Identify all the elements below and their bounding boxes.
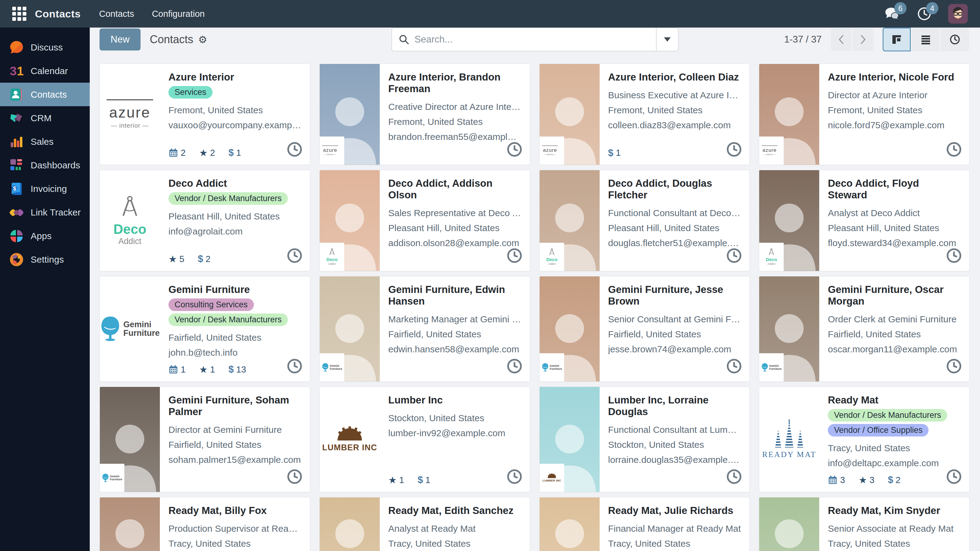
contact-card[interactable]: DecoAddictDeco Addict, Floyd StewardAnal… (759, 170, 970, 271)
contact-card[interactable]: READY MATReady Mat, Edith SanchezAnalyst… (320, 497, 530, 551)
schedule-activity-button[interactable] (286, 358, 302, 375)
category-tag: Consulting Services (169, 299, 254, 311)
contact-card[interactable]: LUMBER INCLumber Inc, Lorraine DouglasFu… (539, 387, 750, 492)
apps-grid-icon[interactable] (12, 7, 26, 21)
schedule-activity-button[interactable] (506, 468, 522, 486)
meetings-count[interactable]: 3 (828, 475, 845, 485)
user-avatar[interactable] (948, 4, 968, 24)
contact-card[interactable]: azure— interior —Azure InteriorServicesF… (100, 64, 310, 165)
contact-card[interactable]: azure— interior —Azure Interior, Nicole … (759, 64, 970, 165)
sidebar-item-apps[interactable]: Apps (0, 224, 90, 248)
contact-card[interactable]: azure— interior —Azure Interior, Brandon… (320, 64, 530, 165)
sidebar-item-calendar[interactable]: 31Calendar (0, 59, 90, 83)
opportunities-count[interactable]: ★1 (388, 475, 404, 486)
sidebar-item-settings[interactable]: Settings (0, 248, 90, 271)
schedule-activity-button[interactable] (946, 248, 962, 265)
contact-card[interactable]: READY MATReady Mat, Billy FoxProduction … (100, 497, 310, 551)
sales-count[interactable]: $1 (418, 475, 430, 486)
contact-location: Stockton, United States (388, 412, 521, 424)
contact-email[interactable]: nicole.ford75@example.com (828, 119, 961, 131)
messages-icon[interactable]: 6 (885, 6, 900, 22)
star-icon: ★ (388, 475, 397, 486)
contact-email[interactable]: brandon.freeman55@example.com (388, 131, 521, 143)
contact-card[interactable]: GeminiFurnitureGemini FurnitureConsultin… (100, 276, 310, 382)
menu-contacts[interactable]: Contacts (99, 9, 134, 19)
view-list-button[interactable] (912, 27, 940, 51)
dollar-icon: $ (608, 148, 613, 159)
schedule-activity-button[interactable] (286, 141, 302, 159)
sales-count[interactable]: $1 (608, 148, 621, 159)
contact-card[interactable]: GeminiFurnitureGemini Furniture, Edwin H… (320, 276, 530, 382)
schedule-activity-button[interactable] (506, 248, 522, 265)
meetings-count[interactable]: 2 (169, 148, 186, 158)
sidebar-item-crm[interactable]: CRM (0, 106, 90, 130)
contact-email[interactable]: edwin.hansen58@example.com (388, 343, 521, 355)
current-app-title[interactable]: Contacts (35, 8, 81, 20)
contact-role: Order Clerk at Gemini Furniture (828, 313, 961, 325)
contact-card[interactable]: READY MATReady Mat, Julie RichardsFinanc… (539, 497, 750, 551)
contact-email[interactable]: oscar.morgan11@example.com (828, 343, 961, 355)
schedule-activity-button[interactable] (506, 358, 522, 375)
opportunities-count[interactable]: ★1 (199, 364, 215, 375)
pager-next-button[interactable] (853, 28, 873, 51)
menu-configuration[interactable]: Configuration (152, 9, 205, 19)
schedule-activity-button[interactable] (286, 248, 302, 265)
activities-icon[interactable]: 4 (916, 6, 932, 22)
contact-card[interactable]: azure— interior —Azure Interior, Colleen… (539, 64, 750, 165)
gear-icon[interactable]: ⚙ (198, 34, 207, 46)
contact-email[interactable]: vauxoo@yourcompany.example.com (169, 119, 301, 131)
contact-card[interactable]: DecoAddictDeco Addict, Addison OlsonSale… (320, 170, 530, 271)
opportunities-count[interactable]: ★2 (199, 147, 215, 159)
contact-card[interactable]: GeminiFurnitureGemini Furniture, Oscar M… (759, 276, 970, 382)
contact-card[interactable]: LUMBER INCLumber IncStockton, United Sta… (320, 387, 530, 492)
contact-email[interactable]: floyd.steward34@example.com (828, 237, 961, 249)
contact-card[interactable]: READY MATReady Mat, Kim SnyderSenior Ass… (759, 497, 970, 551)
sidebar-item-discuss[interactable]: Discuss (0, 35, 90, 59)
portrait-placeholder (539, 508, 600, 551)
sidebar-item-link-tracker[interactable]: Link Tracker (0, 200, 90, 224)
sales-count[interactable]: $13 (229, 364, 246, 375)
contact-email[interactable]: soham.palmer15@example.com (169, 454, 301, 465)
sales-count[interactable]: $2 (888, 475, 900, 486)
schedule-activity-button[interactable] (506, 141, 522, 159)
contact-card[interactable]: GeminiFurnitureGemini Furniture, Jesse B… (539, 276, 750, 382)
search-input[interactable] (415, 34, 656, 45)
contact-email[interactable]: addison.olson28@example.com (388, 237, 521, 249)
schedule-activity-button[interactable] (726, 141, 742, 159)
app-sidebar: Discuss31CalendarContactsCRMSalesDashboa… (0, 27, 90, 551)
sidebar-item-contacts[interactable]: Contacts (0, 83, 90, 106)
pager-previous-button[interactable] (831, 28, 852, 51)
sidebar-item-invoicing[interactable]: $Invoicing (0, 177, 90, 200)
contact-email[interactable]: lumber-inv92@example.com (388, 427, 521, 439)
contact-email[interactable]: lorraine.douglas35@example.com (608, 454, 741, 465)
schedule-activity-button[interactable] (726, 468, 742, 486)
schedule-activity-button[interactable] (726, 358, 742, 375)
sales-count[interactable]: $2 (198, 254, 210, 265)
contact-email[interactable]: colleen.diaz83@example.com (608, 119, 741, 131)
contact-email[interactable]: info@agrolait.com (169, 225, 301, 237)
search-dropdown-toggle[interactable] (656, 28, 678, 51)
opportunities-count[interactable]: ★5 (169, 254, 185, 265)
contact-card[interactable]: GeminiFurnitureGemini Furniture, Soham P… (100, 387, 310, 492)
schedule-activity-button[interactable] (946, 468, 962, 486)
contact-card[interactable]: DecoAddictDeco Addict, Douglas FletcherF… (539, 170, 750, 271)
schedule-activity-button[interactable] (946, 141, 962, 159)
sidebar-item-sales[interactable]: Sales (0, 130, 90, 153)
contact-card[interactable]: READY MATReady MatVendor / Desk Manufact… (759, 387, 970, 492)
view-activity-button[interactable] (941, 27, 969, 51)
schedule-activity-button[interactable] (946, 358, 962, 375)
contact-email[interactable]: jesse.brown74@example.com (608, 343, 741, 355)
new-button[interactable]: New (100, 29, 140, 51)
breadcrumb[interactable]: Contacts (150, 33, 193, 46)
schedule-activity-button[interactable] (286, 468, 302, 486)
sidebar-item-dashboards[interactable]: Dashboards (0, 153, 90, 177)
contact-email[interactable]: info@deltapc.example.com (828, 457, 961, 469)
schedule-activity-button[interactable] (726, 248, 742, 265)
contact-email[interactable]: john.b@tech.info (169, 346, 301, 359)
view-kanban-button[interactable] (883, 27, 911, 51)
contact-email[interactable]: douglas.fletcher51@example.com (608, 237, 741, 249)
meetings-count[interactable]: 1 (169, 365, 186, 375)
contact-card[interactable]: DecoAddictDeco AddictVendor / Desk Manuf… (100, 170, 310, 271)
opportunities-count[interactable]: ★3 (858, 475, 874, 486)
sales-count[interactable]: $1 (229, 147, 241, 158)
